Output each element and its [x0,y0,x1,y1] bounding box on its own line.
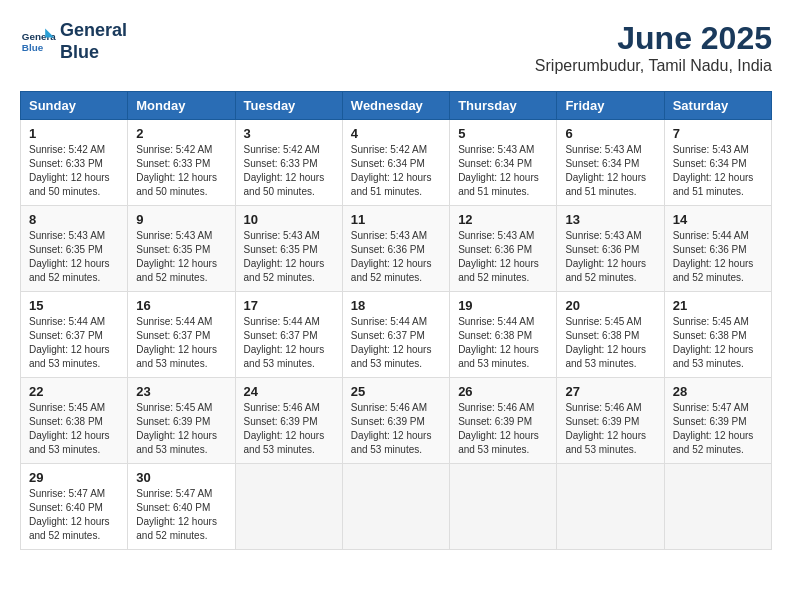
calendar-week-row: 8 Sunrise: 5:43 AM Sunset: 6:35 PM Dayli… [21,206,772,292]
calendar-cell: 7 Sunrise: 5:43 AM Sunset: 6:34 PM Dayli… [664,120,771,206]
calendar-cell: 5 Sunrise: 5:43 AM Sunset: 6:34 PM Dayli… [450,120,557,206]
calendar-cell: 3 Sunrise: 5:42 AM Sunset: 6:33 PM Dayli… [235,120,342,206]
day-number: 25 [351,384,441,399]
day-info: Sunrise: 5:45 AM Sunset: 6:38 PM Dayligh… [565,315,655,371]
day-number: 26 [458,384,548,399]
day-info: Sunrise: 5:43 AM Sunset: 6:35 PM Dayligh… [136,229,226,285]
day-number: 7 [673,126,763,141]
calendar-cell: 13 Sunrise: 5:43 AM Sunset: 6:36 PM Dayl… [557,206,664,292]
day-number: 20 [565,298,655,313]
day-number: 12 [458,212,548,227]
day-info: Sunrise: 5:44 AM Sunset: 6:36 PM Dayligh… [673,229,763,285]
day-number: 22 [29,384,119,399]
calendar-cell: 30 Sunrise: 5:47 AM Sunset: 6:40 PM Dayl… [128,464,235,550]
calendar-week-row: 22 Sunrise: 5:45 AM Sunset: 6:38 PM Dayl… [21,378,772,464]
day-info: Sunrise: 5:44 AM Sunset: 6:37 PM Dayligh… [136,315,226,371]
calendar-cell: 15 Sunrise: 5:44 AM Sunset: 6:37 PM Dayl… [21,292,128,378]
day-info: Sunrise: 5:43 AM Sunset: 6:36 PM Dayligh… [458,229,548,285]
day-number: 18 [351,298,441,313]
calendar-week-row: 1 Sunrise: 5:42 AM Sunset: 6:33 PM Dayli… [21,120,772,206]
day-info: Sunrise: 5:44 AM Sunset: 6:37 PM Dayligh… [29,315,119,371]
calendar-cell: 26 Sunrise: 5:46 AM Sunset: 6:39 PM Dayl… [450,378,557,464]
day-info: Sunrise: 5:44 AM Sunset: 6:38 PM Dayligh… [458,315,548,371]
day-info: Sunrise: 5:46 AM Sunset: 6:39 PM Dayligh… [351,401,441,457]
weekday-header-friday: Friday [557,92,664,120]
calendar-cell: 8 Sunrise: 5:43 AM Sunset: 6:35 PM Dayli… [21,206,128,292]
day-number: 23 [136,384,226,399]
calendar-cell: 2 Sunrise: 5:42 AM Sunset: 6:33 PM Dayli… [128,120,235,206]
calendar-cell: 1 Sunrise: 5:42 AM Sunset: 6:33 PM Dayli… [21,120,128,206]
calendar-cell: 23 Sunrise: 5:45 AM Sunset: 6:39 PM Dayl… [128,378,235,464]
day-info: Sunrise: 5:43 AM Sunset: 6:36 PM Dayligh… [565,229,655,285]
day-number: 6 [565,126,655,141]
day-info: Sunrise: 5:43 AM Sunset: 6:34 PM Dayligh… [673,143,763,199]
day-number: 27 [565,384,655,399]
day-number: 14 [673,212,763,227]
day-info: Sunrise: 5:45 AM Sunset: 6:38 PM Dayligh… [673,315,763,371]
calendar-cell: 19 Sunrise: 5:44 AM Sunset: 6:38 PM Dayl… [450,292,557,378]
logo: General Blue General Blue [20,20,127,63]
day-info: Sunrise: 5:47 AM Sunset: 6:39 PM Dayligh… [673,401,763,457]
svg-text:Blue: Blue [22,42,44,53]
day-number: 2 [136,126,226,141]
title-section: June 2025 Sriperumbudur, Tamil Nadu, Ind… [535,20,772,75]
day-info: Sunrise: 5:47 AM Sunset: 6:40 PM Dayligh… [136,487,226,543]
day-info: Sunrise: 5:43 AM Sunset: 6:36 PM Dayligh… [351,229,441,285]
day-info: Sunrise: 5:43 AM Sunset: 6:34 PM Dayligh… [565,143,655,199]
day-number: 9 [136,212,226,227]
calendar-table: SundayMondayTuesdayWednesdayThursdayFrid… [20,91,772,550]
day-number: 8 [29,212,119,227]
calendar-cell [664,464,771,550]
day-info: Sunrise: 5:42 AM Sunset: 6:33 PM Dayligh… [244,143,334,199]
day-info: Sunrise: 5:44 AM Sunset: 6:37 PM Dayligh… [351,315,441,371]
day-info: Sunrise: 5:46 AM Sunset: 6:39 PM Dayligh… [458,401,548,457]
calendar-cell: 14 Sunrise: 5:44 AM Sunset: 6:36 PM Dayl… [664,206,771,292]
logo-icon: General Blue [20,24,56,60]
day-number: 4 [351,126,441,141]
calendar-cell: 25 Sunrise: 5:46 AM Sunset: 6:39 PM Dayl… [342,378,449,464]
day-info: Sunrise: 5:42 AM Sunset: 6:34 PM Dayligh… [351,143,441,199]
calendar-week-row: 15 Sunrise: 5:44 AM Sunset: 6:37 PM Dayl… [21,292,772,378]
calendar-cell: 16 Sunrise: 5:44 AM Sunset: 6:37 PM Dayl… [128,292,235,378]
weekday-header-row: SundayMondayTuesdayWednesdayThursdayFrid… [21,92,772,120]
calendar-cell: 21 Sunrise: 5:45 AM Sunset: 6:38 PM Dayl… [664,292,771,378]
day-info: Sunrise: 5:46 AM Sunset: 6:39 PM Dayligh… [244,401,334,457]
calendar-cell: 24 Sunrise: 5:46 AM Sunset: 6:39 PM Dayl… [235,378,342,464]
page-header: General Blue General Blue June 2025 Srip… [20,20,772,75]
day-number: 17 [244,298,334,313]
calendar-cell: 28 Sunrise: 5:47 AM Sunset: 6:39 PM Dayl… [664,378,771,464]
logo-text: General Blue [60,20,127,63]
day-info: Sunrise: 5:47 AM Sunset: 6:40 PM Dayligh… [29,487,119,543]
day-info: Sunrise: 5:43 AM Sunset: 6:35 PM Dayligh… [244,229,334,285]
weekday-header-sunday: Sunday [21,92,128,120]
day-number: 28 [673,384,763,399]
weekday-header-tuesday: Tuesday [235,92,342,120]
calendar-cell: 29 Sunrise: 5:47 AM Sunset: 6:40 PM Dayl… [21,464,128,550]
weekday-header-saturday: Saturday [664,92,771,120]
weekday-header-monday: Monday [128,92,235,120]
location-title: Sriperumbudur, Tamil Nadu, India [535,57,772,75]
day-number: 5 [458,126,548,141]
weekday-header-thursday: Thursday [450,92,557,120]
day-info: Sunrise: 5:44 AM Sunset: 6:37 PM Dayligh… [244,315,334,371]
day-number: 3 [244,126,334,141]
calendar-cell: 18 Sunrise: 5:44 AM Sunset: 6:37 PM Dayl… [342,292,449,378]
day-info: Sunrise: 5:46 AM Sunset: 6:39 PM Dayligh… [565,401,655,457]
calendar-cell: 22 Sunrise: 5:45 AM Sunset: 6:38 PM Dayl… [21,378,128,464]
day-info: Sunrise: 5:42 AM Sunset: 6:33 PM Dayligh… [136,143,226,199]
calendar-cell: 11 Sunrise: 5:43 AM Sunset: 6:36 PM Dayl… [342,206,449,292]
day-info: Sunrise: 5:43 AM Sunset: 6:34 PM Dayligh… [458,143,548,199]
day-number: 21 [673,298,763,313]
calendar-cell [342,464,449,550]
calendar-cell [557,464,664,550]
calendar-cell: 6 Sunrise: 5:43 AM Sunset: 6:34 PM Dayli… [557,120,664,206]
calendar-cell: 9 Sunrise: 5:43 AM Sunset: 6:35 PM Dayli… [128,206,235,292]
day-number: 24 [244,384,334,399]
day-info: Sunrise: 5:43 AM Sunset: 6:35 PM Dayligh… [29,229,119,285]
day-info: Sunrise: 5:45 AM Sunset: 6:39 PM Dayligh… [136,401,226,457]
day-number: 11 [351,212,441,227]
day-number: 29 [29,470,119,485]
calendar-cell: 27 Sunrise: 5:46 AM Sunset: 6:39 PM Dayl… [557,378,664,464]
day-number: 15 [29,298,119,313]
calendar-cell: 20 Sunrise: 5:45 AM Sunset: 6:38 PM Dayl… [557,292,664,378]
